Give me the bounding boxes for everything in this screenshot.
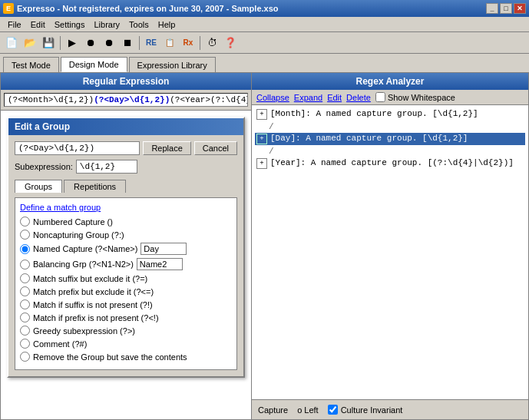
toolbar-separator-1: [60, 36, 61, 50]
stop-button[interactable]: ⏹: [119, 35, 136, 51]
radio-noncapturing-label: Noncapturing Group (?:): [33, 230, 124, 240]
subexpr-input[interactable]: [76, 160, 137, 174]
menu-file[interactable]: File: [3, 18, 26, 31]
right-panel-title: Regex Analyzer: [252, 73, 528, 90]
tree-item-month[interactable]: + [Month]: A named capture group. [\d{1,…: [255, 108, 525, 121]
radio-prefix-not-input[interactable]: [20, 313, 30, 322]
show-whitespace-label: Show Whitespace: [388, 93, 455, 102]
minimize-button[interactable]: _: [486, 3, 498, 14]
group-input-field[interactable]: [15, 141, 140, 155]
group-dialog: Edit a Group Replace Cancel Subexpressio…: [7, 117, 245, 378]
radio-balancing-label: Balancing Grp (?<N1-N2>): [33, 260, 134, 269]
new-button[interactable]: 📄: [3, 35, 20, 51]
radio-remove-input[interactable]: [20, 352, 30, 362]
inner-tab-bar: Groups Repetitions: [15, 180, 237, 193]
menu-help[interactable]: Help: [154, 18, 180, 31]
group-dialog-title: Edit a Group: [8, 118, 243, 135]
radio-greedy-input[interactable]: [20, 326, 30, 336]
tree-expander-day[interactable]: +: [256, 134, 267, 144]
maximize-button[interactable]: □: [500, 3, 512, 14]
radio-suffix-not-label: Match if suffix is not present (?!): [33, 300, 153, 309]
edit-btn[interactable]: Edit: [327, 93, 342, 102]
app-icon: E: [3, 3, 14, 14]
named-capture-input[interactable]: [141, 243, 187, 255]
collapse-btn[interactable]: Collapse: [256, 93, 289, 102]
menu-library[interactable]: Library: [89, 18, 124, 31]
tree-expander-year[interactable]: +: [256, 158, 267, 169]
radio-greedy: Greedy subexpression (?>): [20, 326, 232, 336]
radio-prefix-ex-input[interactable]: [20, 286, 30, 296]
radio-suffix-not: Match if suffix is not present (?!): [20, 299, 232, 309]
tree-slash-1: /: [255, 122, 525, 131]
regex-btn[interactable]: Rx: [180, 35, 197, 51]
window-controls: _ □ ✕: [486, 3, 526, 14]
tab-expression-library[interactable]: Expression Library: [129, 57, 216, 72]
direction-label: o Left: [297, 405, 319, 415]
close-button[interactable]: ✕: [514, 3, 526, 14]
paste-re-button[interactable]: 📋: [161, 35, 178, 51]
radio-comment-input[interactable]: [20, 339, 30, 349]
right-panel: Regex Analyzer Collapse Expand Edit Dele…: [252, 72, 529, 420]
radio-greedy-label: Greedy subexpression (?>): [33, 326, 135, 336]
record2-button[interactable]: ⏺: [101, 35, 117, 51]
radio-named-label: Named Capture (?<Name>): [33, 244, 137, 253]
inner-tab-repetitions[interactable]: Repetitions: [64, 180, 126, 193]
tab-test-mode[interactable]: Test Mode: [3, 57, 59, 72]
left-panel-title: Regular Expression: [1, 73, 251, 90]
tree-item-day[interactable]: + [Day]: A named capture group. [\d{1,2}…: [255, 133, 525, 145]
radio-numbered-input[interactable]: [20, 217, 30, 227]
tree-expander-month[interactable]: +: [256, 109, 267, 120]
show-whitespace-checkbox[interactable]: [375, 92, 385, 102]
balancing-input[interactable]: [137, 258, 183, 270]
menu-bar: File Edit Settings Library Tools Help: [0, 17, 529, 32]
radio-suffix-not-input[interactable]: [20, 299, 30, 309]
radio-prefix-not-label: Match if prefix is not present (?<!): [33, 313, 159, 322]
left-panel: Regular Expression (?<Month>\d{1,2})(?<D…: [0, 72, 252, 420]
title-bar: E Expresso - Not registered, expires on …: [0, 0, 529, 17]
run-button[interactable]: ▶: [64, 35, 81, 51]
record-button[interactable]: ⏺: [82, 35, 99, 51]
tab-design-mode[interactable]: Design Mode: [61, 57, 127, 72]
define-match-link[interactable]: Define a match group: [20, 203, 232, 212]
regex-display[interactable]: (?<Month>\d{1,2})(?<Day>\d{1,2})(?<Year>…: [4, 93, 248, 107]
radio-suffix-ex-input[interactable]: [20, 273, 30, 283]
tree-item-year[interactable]: + [Year]: A named capture group. [(?:\d{…: [255, 157, 525, 170]
radio-noncapturing-input[interactable]: [20, 230, 30, 240]
regex-month-part: (?<Month>\d{1,2}): [8, 95, 94, 104]
tree-slash-2: /: [255, 147, 525, 156]
help-button[interactable]: ❓: [222, 35, 239, 51]
window-title: Expresso - Not registered, expires on Ju…: [17, 4, 279, 13]
toolbar-separator-2: [139, 36, 140, 50]
copy-re-button[interactable]: RE: [143, 35, 160, 51]
radio-balancing: Balancing Grp (?<N1-N2>): [20, 258, 232, 270]
tree-item-month-text: [Month]: A named capture group. [\d{1,2}…: [270, 109, 478, 118]
subexpr-row: Subexpression:: [15, 160, 237, 174]
delete-btn[interactable]: Delete: [346, 93, 371, 102]
menu-settings[interactable]: Settings: [50, 18, 90, 31]
cancel-button[interactable]: Cancel: [194, 141, 237, 155]
menu-tools[interactable]: Tools: [124, 18, 154, 31]
radio-prefix-ex-label: Match prefix but exclude it (?<=): [33, 287, 154, 296]
expand-btn[interactable]: Expand: [294, 93, 322, 102]
radio-comment-label: Comment (?#): [33, 339, 87, 349]
tree-item-year-text: [Year]: A named capture group. [(?:\d{4}…: [270, 158, 514, 167]
culture-row: Culture Invariant: [328, 405, 403, 415]
radio-numbered: Numbered Capture (): [20, 217, 232, 227]
radio-remove-label: Remove the Group but save the contents: [33, 352, 187, 362]
replace-button[interactable]: Replace: [143, 141, 190, 155]
radio-noncapturing: Noncapturing Group (?:): [20, 230, 232, 240]
radio-prefix-not: Match if prefix is not present (?<!): [20, 313, 232, 322]
radio-numbered-label: Numbered Capture (): [33, 217, 113, 227]
inner-tab-groups[interactable]: Groups: [15, 180, 62, 193]
culture-checkbox[interactable]: [328, 405, 338, 415]
bottom-right-area: Capture o Left Culture Invariant: [252, 399, 528, 419]
menu-edit[interactable]: Edit: [26, 18, 50, 31]
timer-button[interactable]: ⏱: [203, 35, 220, 51]
groups-panel: Define a match group Numbered Capture ()…: [15, 197, 237, 370]
save-button[interactable]: 💾: [40, 35, 57, 51]
radio-balancing-input[interactable]: [20, 260, 30, 270]
radio-named-input[interactable]: [20, 244, 30, 254]
open-button[interactable]: 📂: [21, 35, 38, 51]
tab-bar: Test Mode Design Mode Expression Library: [0, 54, 529, 72]
regex-day-part: (?<Day>\d{1,2}): [94, 95, 170, 104]
